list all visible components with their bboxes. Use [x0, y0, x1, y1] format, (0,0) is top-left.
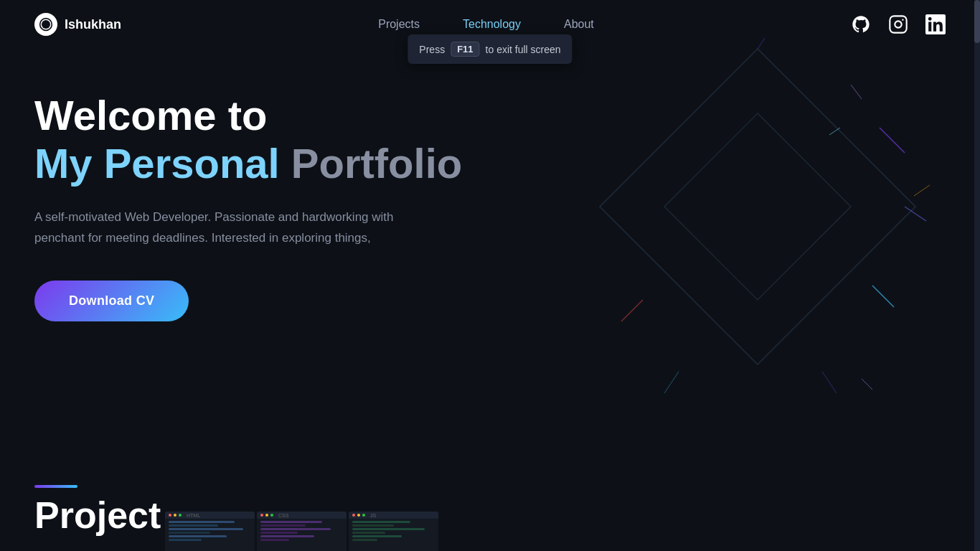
svg-marker-6 [664, 113, 851, 300]
project-section-preview: Project [34, 485, 161, 537]
tooltip-key: F11 [451, 42, 479, 57]
svg-rect-2 [890, 16, 906, 32]
svg-line-14 [664, 372, 679, 393]
svg-point-1 [44, 23, 48, 27]
svg-line-7 [880, 128, 905, 153]
svg-line-17 [862, 379, 872, 390]
svg-line-16 [829, 128, 840, 135]
svg-line-8 [851, 85, 862, 99]
tooltip-prefix: Press [419, 44, 445, 55]
svg-point-4 [902, 19, 903, 20]
svg-line-13 [822, 372, 837, 393]
nav-item-about[interactable]: About [564, 18, 594, 31]
logo[interactable]: Ishukhan [34, 13, 121, 36]
instagram-icon[interactable] [888, 14, 908, 34]
logo-icon [34, 13, 57, 36]
svg-point-0 [40, 19, 52, 31]
nav-social-icons [851, 14, 946, 34]
svg-point-3 [895, 21, 901, 27]
logo-text: Ishukhan [65, 17, 121, 32]
svg-line-9 [872, 286, 894, 307]
scrollbar[interactable] [974, 0, 980, 551]
nav-item-projects[interactable]: Projects [378, 18, 420, 31]
github-icon[interactable] [851, 14, 871, 34]
tooltip-suffix: to exit full screen [486, 44, 561, 55]
nav-item-technology[interactable]: Technology [463, 18, 521, 31]
download-cv-button[interactable]: Download CV [34, 281, 189, 321]
project-section-label: Project [34, 494, 161, 536]
code-thumbnails: HTML CSS [165, 512, 438, 551]
svg-line-11 [621, 300, 643, 321]
hero-description: A self-motivated Web Developer. Passiona… [34, 207, 407, 249]
hero-title-rest: Portfolio [280, 140, 463, 187]
fullscreen-tooltip: Press F11 to exit full screen [407, 34, 572, 64]
linkedin-icon[interactable] [925, 14, 946, 34]
svg-marker-5 [600, 49, 915, 364]
hero-section: Welcome to My Personal Portfolio A self-… [0, 49, 980, 321]
hero-title-highlight: My Personal [34, 140, 280, 187]
diamond-decoration [578, 27, 937, 458]
nav-links: Projects Technology About [378, 18, 594, 31]
svg-line-15 [914, 185, 930, 196]
